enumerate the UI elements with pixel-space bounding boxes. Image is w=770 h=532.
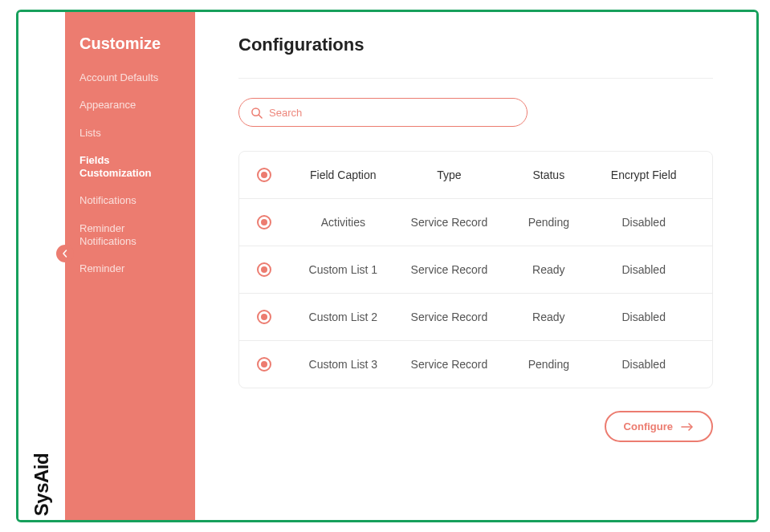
- cell-type: Service Record: [394, 216, 505, 229]
- table-row: Custom List 2Service RecordReadyDisabled: [239, 294, 712, 341]
- brand-logo: SysAid: [31, 453, 53, 516]
- row-radio[interactable]: [257, 357, 271, 372]
- page-title: Configurations: [238, 35, 713, 55]
- search-field[interactable]: [238, 98, 528, 127]
- column-header-type: Type: [394, 169, 505, 181]
- cell-status: Pending: [504, 358, 593, 371]
- column-header-status: Status: [504, 169, 593, 181]
- brand-strip: SysAid: [18, 12, 65, 520]
- select-all-radio[interactable]: [257, 168, 271, 182]
- sidebar-collapse-button[interactable]: [56, 245, 74, 262]
- sidebar-item[interactable]: Account Defaults: [79, 64, 181, 91]
- table-row: Custom List 1Service RecordReadyDisabled: [239, 246, 712, 294]
- search-icon: [251, 107, 263, 119]
- cell-encrypt: Disabled: [593, 358, 695, 371]
- config-table: Field Caption Type Status Encrypt Field …: [238, 151, 713, 388]
- cell-encrypt: Disabled: [593, 216, 695, 229]
- cell-status: Ready: [504, 263, 593, 276]
- table-header-row: Field Caption Type Status Encrypt Field: [239, 152, 712, 199]
- row-radio[interactable]: [257, 215, 271, 229]
- app-frame: SysAid Customize Account DefaultsAppeara…: [16, 10, 759, 522]
- table-row: Custom List 3Service RecordPendingDisabl…: [239, 341, 712, 388]
- svg-line-1: [259, 115, 262, 118]
- configure-button[interactable]: Configure: [605, 411, 713, 442]
- divider: [238, 78, 713, 79]
- sidebar-item[interactable]: Lists: [79, 120, 181, 147]
- search-input[interactable]: [269, 107, 515, 119]
- chevron-left-icon: [61, 250, 69, 258]
- cell-caption: Custom List 3: [292, 358, 394, 371]
- cell-encrypt: Disabled: [593, 311, 695, 323]
- sidebar-title: Customize: [79, 35, 181, 53]
- footer-actions: Configure: [238, 411, 713, 442]
- column-header-caption: Field Caption: [292, 169, 394, 181]
- configure-button-label: Configure: [624, 420, 673, 433]
- sidebar-item[interactable]: Notifications: [79, 187, 181, 214]
- cell-status: Pending: [504, 216, 593, 229]
- cell-caption: Activities: [292, 216, 394, 229]
- cell-caption: Custom List 2: [292, 311, 394, 323]
- cell-encrypt: Disabled: [593, 263, 695, 276]
- sidebar-item[interactable]: Appearance: [79, 91, 181, 119]
- row-radio[interactable]: [257, 310, 271, 324]
- cell-caption: Custom List 1: [292, 263, 394, 276]
- sidebar-item[interactable]: Fields Customization: [79, 147, 181, 188]
- cell-type: Service Record: [394, 263, 505, 276]
- cell-status: Ready: [504, 311, 593, 323]
- main-content: Configurations Field Caption Type Status…: [195, 12, 756, 520]
- arrow-right-icon: [681, 423, 694, 431]
- cell-type: Service Record: [394, 358, 505, 371]
- sidebar-item[interactable]: Reminder Notifications: [79, 215, 181, 256]
- row-radio[interactable]: [257, 262, 271, 277]
- cell-type: Service Record: [394, 311, 505, 323]
- sidebar-nav: Account DefaultsAppearanceListsFields Cu…: [79, 64, 181, 282]
- table-row: ActivitiesService RecordPendingDisabled: [239, 199, 712, 246]
- column-header-encrypt: Encrypt Field: [593, 169, 695, 181]
- sidebar-item[interactable]: Reminder: [79, 255, 181, 282]
- sidebar: Customize Account DefaultsAppearanceList…: [65, 12, 195, 520]
